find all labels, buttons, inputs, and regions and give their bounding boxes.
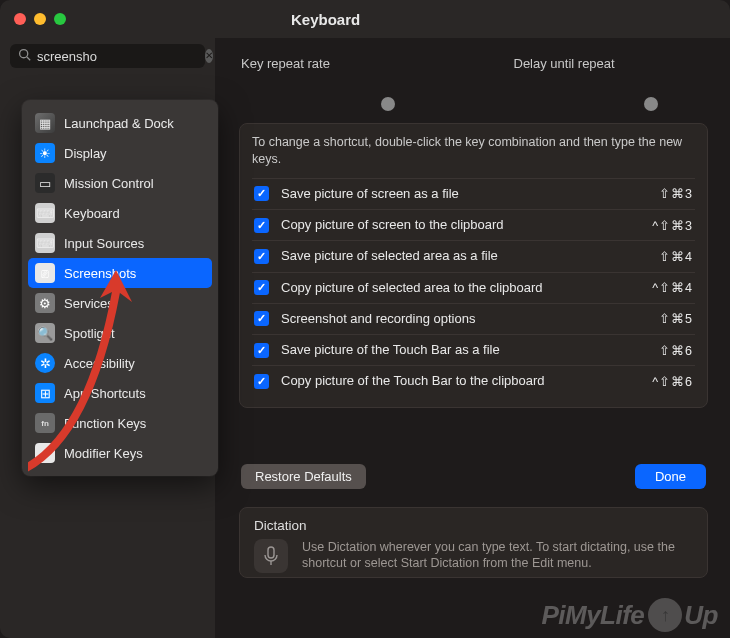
search-result-item[interactable]: 🔍Spotlight [28,318,212,348]
search-icon [18,48,31,64]
dictation-body: Use Dictation wherever you can type text… [302,539,693,572]
screenshots-icon: ⎚ [35,263,55,283]
search-result-item[interactable]: ⊞App Shortcuts [28,378,212,408]
search-result-label: Accessibility [64,356,135,371]
delay-slider[interactable] [514,97,707,117]
app-shortcuts-icon: ⊞ [35,383,55,403]
svg-rect-2 [268,547,274,558]
search-result-item[interactable]: ⌨Input Sources [28,228,212,258]
search-result-label: Launchpad & Dock [64,116,174,131]
shortcut-row[interactable]: ✓Save picture of screen as a file⇧⌘3 [252,179,695,210]
checkbox[interactable]: ✓ [254,218,269,233]
modifier-keys-icon: ⌘ [35,443,55,463]
watermark: PiMyLife ↑ Up [541,598,718,632]
close-icon[interactable] [14,13,26,25]
search-result-item[interactable]: fnFunction Keys [28,408,212,438]
shortcut-row[interactable]: ✓Copy picture of selected area to the cl… [252,273,695,304]
key-repeat-slider[interactable] [241,97,434,117]
shortcuts-panel: To change a shortcut, double-click the k… [239,123,708,408]
search-result-label: Function Keys [64,416,146,431]
search-results-popover: ▦Launchpad & Dock☀Display▭Mission Contro… [22,100,218,476]
search-result-item[interactable]: ⌨Keyboard [28,198,212,228]
panel-hint: To change a shortcut, double-click the k… [252,134,695,168]
search-result-label: App Shortcuts [64,386,146,401]
mission-control-icon: ▭ [35,173,55,193]
accessibility-icon: ✲ [35,353,55,373]
shortcut-list: ✓Save picture of screen as a file⇧⌘3✓Cop… [252,178,695,397]
search-result-item[interactable]: ⌘Modifier Keys [28,438,212,468]
svg-point-0 [20,50,28,58]
search-field[interactable]: ✕ [10,44,205,68]
spotlight-icon: 🔍 [35,323,55,343]
checkbox[interactable]: ✓ [254,186,269,201]
search-result-label: Modifier Keys [64,446,143,461]
delay-label: Delay until repeat [514,56,615,71]
shortcut-keys[interactable]: ⇧⌘4 [659,249,693,264]
page-title: Keyboard [66,11,716,28]
search-result-label: Input Sources [64,236,144,251]
window-controls [14,13,66,25]
shortcut-row[interactable]: ✓Save picture of selected area as a file… [252,241,695,272]
shortcut-label: Copy picture of selected area to the cli… [281,280,640,296]
shortcut-keys[interactable]: ^⇧⌘4 [652,280,693,295]
microphone-icon [254,539,288,573]
shortcut-label: Save picture of the Touch Bar as a file [281,342,647,358]
watermark-suffix: Up [684,600,718,631]
checkbox[interactable]: ✓ [254,311,269,326]
search-result-label: Mission Control [64,176,154,191]
checkbox[interactable]: ✓ [254,280,269,295]
maximize-icon[interactable] [54,13,66,25]
search-result-item[interactable]: ▦Launchpad & Dock [28,108,212,138]
search-result-label: Services [64,296,114,311]
shortcut-label: Save picture of selected area as a file [281,248,647,264]
search-result-item[interactable]: ⚙Services [28,288,212,318]
checkbox[interactable]: ✓ [254,249,269,264]
main-pane: Key repeat rate Delay until repeat To ch… [215,38,730,638]
input-sources-icon: ⌨ [35,233,55,253]
svg-line-1 [27,57,30,60]
minimize-icon[interactable] [34,13,46,25]
checkbox[interactable]: ✓ [254,374,269,389]
settings-window: Keyboard ✕ Key repeat rate Delay until r… [0,0,730,638]
shortcut-keys[interactable]: ⇧⌘3 [659,186,693,201]
search-result-item[interactable]: ✲Accessibility [28,348,212,378]
shortcut-keys[interactable]: ^⇧⌘3 [652,218,693,233]
restore-defaults-button[interactable]: Restore Defaults [241,464,366,489]
up-arrow-icon: ↑ [648,598,682,632]
dictation-section: Dictation Use Dictation wherever you can… [239,507,708,578]
search-result-label: Keyboard [64,206,120,221]
watermark-text: PiMyLife [541,600,644,631]
shortcut-row[interactable]: ✓Copy picture of the Touch Bar to the cl… [252,366,695,396]
shortcut-label: Save picture of screen as a file [281,186,647,202]
shortcut-label: Screenshot and recording options [281,311,647,327]
search-result-item[interactable]: ⎚Screenshots [28,258,212,288]
function-keys-icon: fn [35,413,55,433]
services-icon: ⚙ [35,293,55,313]
shortcut-row[interactable]: ✓Save picture of the Touch Bar as a file… [252,335,695,366]
titlebar: Keyboard [0,0,730,38]
display-icon: ☀ [35,143,55,163]
shortcut-row[interactable]: ✓Screenshot and recording options⇧⌘5 [252,304,695,335]
dictation-heading: Dictation [254,518,693,533]
done-button[interactable]: Done [635,464,706,489]
launchpad-icon: ▦ [35,113,55,133]
shortcut-row[interactable]: ✓Copy picture of screen to the clipboard… [252,210,695,241]
search-result-label: Display [64,146,107,161]
shortcut-label: Copy picture of screen to the clipboard [281,217,640,233]
clear-search-icon[interactable]: ✕ [205,49,213,63]
shortcut-keys[interactable]: ^⇧⌘6 [652,374,693,389]
search-result-item[interactable]: ▭Mission Control [28,168,212,198]
slider-labels: Key repeat rate Delay until repeat [239,52,708,123]
shortcut-keys[interactable]: ⇧⌘6 [659,343,693,358]
search-input[interactable] [37,49,205,64]
shortcut-label: Copy picture of the Touch Bar to the cli… [281,373,640,389]
search-result-label: Spotlight [64,326,115,341]
action-row: Restore Defaults Done [239,464,708,489]
search-result-item[interactable]: ☀Display [28,138,212,168]
shortcut-keys[interactable]: ⇧⌘5 [659,311,693,326]
key-repeat-label: Key repeat rate [241,56,330,71]
checkbox[interactable]: ✓ [254,343,269,358]
search-result-label: Screenshots [64,266,136,281]
keyboard-icon: ⌨ [35,203,55,223]
